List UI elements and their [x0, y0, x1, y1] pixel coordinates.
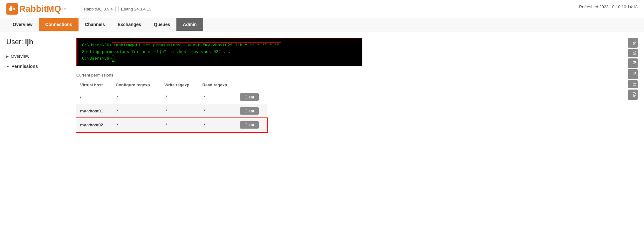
svg-rect-2 — [10, 6, 11, 8]
cell-write-2: .* — [161, 104, 198, 118]
terminal-cursor: █ — [112, 56, 114, 62]
erlang-version-badge: Erlang 24.3.4.13 — [118, 6, 154, 12]
table-row: my-vhost01 .* .* .* Clear — [76, 104, 267, 118]
header-row: Virtual host Configure regexp Write rege… — [76, 80, 267, 90]
cell-vhost-2: my-vhost01 — [76, 104, 112, 118]
rabbitmq-version-badge: RabbitMQ 3.9.4 — [81, 6, 116, 12]
col-read: Read regexp — [199, 80, 236, 90]
logo-rabbit: Rabbit — [19, 4, 47, 14]
clear-button-2[interactable]: Clear — [240, 107, 259, 115]
cell-read-2: .* — [199, 104, 236, 118]
refresh-time: Refreshed 2023-10-10 10:14:18 — [579, 4, 638, 9]
left-sidebar: User: ljh ▶ Overview ▼ Permissions — [6, 38, 70, 132]
cell-configure-2: .* — [112, 104, 161, 118]
right-tab-ch[interactable]: Ch — [628, 90, 638, 99]
svg-rect-0 — [9, 8, 12, 11]
version-badges: RabbitMQ 3.9.4 Erlang 24.3.4.13 — [81, 6, 154, 12]
cell-configure-3: .* — [112, 118, 161, 132]
terminal-line3: C:\Users\JH>█ — [82, 56, 357, 62]
page-content: User: ljh ▶ Overview ▼ Permissions C:\Us… — [0, 31, 644, 138]
permissions-table: Virtual host Configure regexp Write rege… — [76, 80, 267, 132]
sidebar-permissions-label: Permissions — [11, 64, 38, 69]
table-body: / .* .* .* Clear my-vhost01 .* .* .* Cle… — [76, 90, 267, 132]
cell-vhost-1: / — [76, 90, 112, 104]
nav-admin[interactable]: Admin — [176, 18, 203, 31]
arrow-icon-overview: ▶ — [6, 55, 9, 58]
main-area: C:\Users\JH>rabbitmqctl set_permissions … — [76, 38, 622, 132]
nav-connections[interactable]: Connections — [39, 18, 79, 31]
clear-button-3[interactable]: Clear — [240, 121, 259, 129]
arrow-icon-permissions: ▼ — [6, 65, 10, 68]
col-configure: Configure regexp — [112, 80, 161, 90]
nav-channels[interactable]: Channels — [79, 18, 111, 31]
nav-exchanges[interactable]: Exchanges — [111, 18, 147, 31]
rabbit-icon — [8, 5, 16, 13]
terminal-prompt-3: C:\Users\JH> — [82, 56, 112, 61]
sidebar-item-overview[interactable]: ▶ Overview — [6, 51, 70, 61]
right-tab-us[interactable]: Us — [628, 38, 638, 48]
right-tab-li[interactable]: Li — [628, 80, 638, 88]
right-tab-vi[interactable]: Vi — [628, 49, 638, 57]
table-row-highlighted: my-vhost02 .* .* .* Clear — [76, 118, 267, 132]
svg-rect-3 — [11, 6, 12, 8]
cell-action-2: Clear — [236, 104, 267, 118]
cell-vhost-3: my-vhost02 — [76, 118, 112, 132]
main-nav: Overview Connections Channels Exchanges … — [0, 18, 644, 31]
logo-text: RabbitMQ — [19, 4, 61, 14]
header: RabbitMQ TM RabbitMQ 3.9.4 Erlang 24.3.4… — [0, 0, 644, 18]
section-label: Current permissions — [76, 73, 622, 77]
sidebar-item-permissions[interactable]: ▼ Permissions — [6, 61, 70, 71]
col-write: Write regexp — [161, 80, 198, 90]
svg-rect-4 — [13, 9, 14, 10]
table-row: / .* .* .* Clear — [76, 90, 267, 104]
page-title-prefix: User: — [6, 38, 25, 46]
table-header: Virtual host Configure regexp Write rege… — [76, 80, 267, 90]
logo: RabbitMQ TM — [6, 3, 66, 15]
rabbitmq-logo-icon — [6, 3, 18, 15]
cell-action-1: Clear — [236, 90, 267, 104]
logo-mq: MQ — [47, 4, 61, 14]
terminal-output: Setting permissions for user “ljh” in vh… — [82, 49, 357, 56]
page-title-name: ljh — [25, 38, 33, 46]
cell-read-1: .* — [199, 90, 236, 104]
cell-configure-1: .* — [112, 90, 161, 104]
terminal-line1: C:\Users\JH>rabbitmqctl set_permissions … — [82, 42, 357, 49]
terminal-command: rabbitmqctl set_permissions --vhost “my-… — [112, 42, 281, 48]
nav-queues[interactable]: Queues — [147, 18, 176, 31]
cell-action-3: Clear — [236, 118, 267, 132]
cell-read-3: .* — [199, 118, 236, 132]
col-action — [236, 80, 267, 90]
right-sidebar: Us Vi Fe Po Li Ch — [628, 38, 638, 132]
terminal-prompt-1: C:\Users\JH> — [82, 43, 112, 48]
terminal: C:\Users\JH>rabbitmqctl set_permissions … — [76, 38, 362, 66]
right-tab-fe[interactable]: Fe — [628, 58, 638, 68]
right-tab-po[interactable]: Po — [628, 69, 638, 79]
page-title: User: ljh — [6, 38, 70, 46]
cell-write-1: .* — [161, 90, 198, 104]
sidebar-overview-label: Overview — [11, 54, 29, 59]
logo-tm: TM — [62, 7, 66, 11]
nav-overview[interactable]: Overview — [6, 18, 39, 31]
clear-button-1[interactable]: Clear — [240, 93, 259, 101]
cell-write-3: .* — [161, 118, 198, 132]
col-vhost: Virtual host — [76, 80, 112, 90]
